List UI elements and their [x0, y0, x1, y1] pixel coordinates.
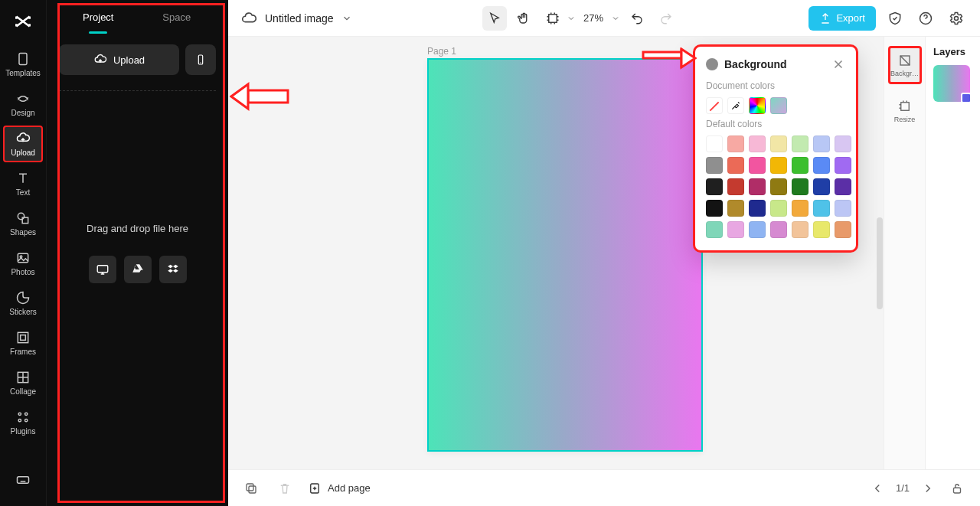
color-swatch[interactable]	[835, 200, 851, 217]
color-swatch[interactable]	[835, 135, 851, 152]
rail-plugins[interactable]: Plugins	[3, 404, 43, 441]
lock-button[interactable]	[946, 478, 968, 499]
right-rail: Backgr… Resize	[884, 37, 925, 469]
rail-text[interactable]: Text	[3, 165, 43, 202]
color-swatch[interactable]	[792, 178, 808, 195]
drop-area[interactable]: Drag and drop file here	[59, 91, 216, 506]
shield-icon[interactable]	[884, 7, 906, 30]
color-swatch[interactable]	[813, 135, 830, 152]
next-page-button[interactable]	[917, 478, 939, 499]
color-swatch[interactable]	[749, 200, 766, 217]
rail-label: Upload	[11, 149, 35, 157]
svg-point-11	[25, 419, 28, 422]
rail-keyboard[interactable]	[3, 462, 43, 498]
right-rail-resize[interactable]: Resize	[888, 92, 922, 130]
import-gdrive-button[interactable]	[124, 256, 152, 283]
color-swatch[interactable]	[770, 178, 787, 195]
background-color-dot	[706, 58, 718, 70]
upload-from-phone-button[interactable]	[185, 44, 216, 75]
workspace: Page 1 Background Document colors	[228, 37, 980, 469]
eyedropper-swatch[interactable]	[727, 97, 744, 114]
gradient-swatch[interactable]	[770, 97, 787, 114]
svg-rect-23	[954, 488, 961, 493]
color-swatch[interactable]	[813, 200, 830, 217]
color-swatch[interactable]	[727, 178, 744, 195]
document-title[interactable]: Untitled image	[265, 12, 334, 24]
rail-templates[interactable]: Templates	[3, 46, 43, 83]
select-tool[interactable]	[482, 6, 507, 31]
undo-button[interactable]	[625, 6, 649, 31]
color-picker-swatch[interactable]	[749, 97, 766, 114]
artboard-tool[interactable]	[541, 6, 565, 31]
color-swatch[interactable]	[727, 157, 744, 174]
color-swatch[interactable]	[727, 200, 744, 217]
left-rail: Templates Design Upload Text Shapes Phot…	[0, 0, 46, 506]
rail-photos[interactable]: Photos	[3, 245, 43, 282]
right-rail-background[interactable]: Backgr…	[888, 46, 922, 84]
rail-design[interactable]: Design	[3, 86, 43, 122]
duplicate-page-button[interactable]	[240, 478, 262, 499]
rail-label: Design	[11, 109, 34, 117]
chevron-down-icon[interactable]	[611, 14, 620, 23]
no-color-swatch[interactable]	[706, 97, 723, 114]
layer-thumbnail[interactable]	[933, 65, 970, 102]
color-swatch[interactable]	[770, 135, 787, 152]
color-swatch[interactable]	[813, 221, 830, 238]
canvas[interactable]	[427, 58, 703, 452]
redo-button[interactable]	[654, 6, 678, 31]
color-swatch[interactable]	[749, 135, 766, 152]
chevron-down-icon[interactable]	[341, 13, 352, 24]
tab-project[interactable]: Project	[59, 0, 138, 34]
rail-label: Photos	[11, 268, 34, 276]
color-swatch[interactable]	[792, 221, 808, 238]
color-swatch[interactable]	[835, 157, 851, 174]
hand-tool[interactable]	[511, 6, 536, 31]
rail-collage[interactable]: Collage	[3, 364, 43, 401]
rr-label: Resize	[894, 116, 916, 123]
settings-icon[interactable]	[945, 7, 968, 30]
import-dropbox-button[interactable]	[159, 256, 187, 283]
app-logo[interactable]	[8, 6, 38, 37]
color-swatch[interactable]	[835, 221, 851, 238]
chevron-down-icon[interactable]	[567, 14, 576, 23]
color-swatch[interactable]	[706, 221, 723, 238]
upload-button[interactable]: Upload	[59, 44, 179, 75]
color-swatch[interactable]	[813, 157, 830, 174]
color-swatch[interactable]	[792, 157, 808, 174]
color-swatch[interactable]	[706, 200, 723, 217]
color-swatch[interactable]	[706, 135, 723, 152]
color-swatch[interactable]	[706, 157, 723, 174]
add-page-button[interactable]: Add page	[308, 482, 371, 495]
color-swatch[interactable]	[727, 135, 744, 152]
rail-shapes[interactable]: Shapes	[3, 205, 43, 242]
help-icon[interactable]	[914, 7, 937, 30]
scrollbar[interactable]	[877, 217, 883, 309]
color-swatch[interactable]	[706, 178, 723, 195]
zoom-level[interactable]: 27%	[580, 12, 606, 24]
color-swatch[interactable]	[749, 178, 766, 195]
prev-page-button[interactable]	[867, 478, 888, 499]
svg-rect-0	[19, 54, 27, 65]
section-document-colors: Document colors	[706, 80, 845, 91]
close-icon[interactable]	[831, 57, 845, 71]
export-button[interactable]: Export	[808, 6, 876, 31]
color-swatch[interactable]	[770, 221, 787, 238]
tab-space[interactable]: Space	[138, 0, 217, 34]
color-swatch[interactable]	[770, 157, 787, 174]
import-computer-button[interactable]	[89, 256, 116, 283]
rail-stickers[interactable]: Stickers	[3, 285, 43, 322]
rail-frames[interactable]: Frames	[3, 325, 43, 361]
color-swatch[interactable]	[835, 178, 851, 195]
color-swatch[interactable]	[749, 221, 766, 238]
canvas-area[interactable]: Page 1 Background Document colors	[228, 37, 884, 469]
color-swatch[interactable]	[813, 178, 830, 195]
color-swatch[interactable]	[770, 200, 787, 217]
rail-label: Collage	[10, 387, 36, 396]
color-swatch[interactable]	[749, 157, 766, 174]
svg-rect-20	[249, 486, 256, 493]
rail-upload[interactable]: Upload	[3, 126, 43, 162]
color-swatch[interactable]	[792, 200, 808, 217]
color-swatch[interactable]	[792, 135, 808, 152]
color-swatch[interactable]	[727, 221, 744, 238]
rail-label: Frames	[10, 348, 36, 356]
